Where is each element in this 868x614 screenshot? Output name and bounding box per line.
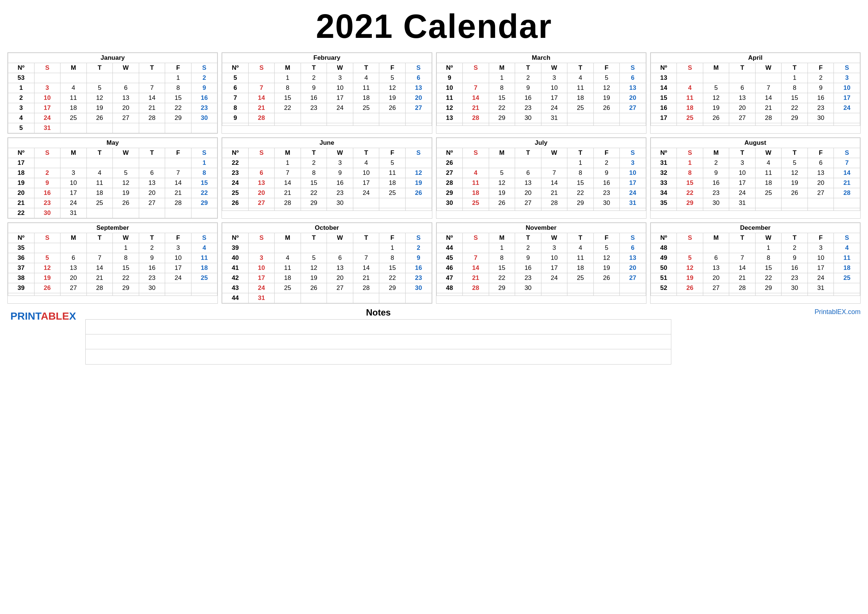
day-cell: 28 — [87, 283, 113, 293]
day-cell — [327, 113, 353, 123]
day-cell — [541, 158, 567, 168]
day-cell — [677, 293, 703, 296]
day-cell — [165, 123, 192, 133]
week-number: 45 — [436, 253, 463, 263]
day-cell: 13 — [327, 263, 353, 273]
day-cell: 23 — [139, 273, 165, 283]
day-cell: 27 — [405, 103, 432, 113]
day-cell: 18 — [353, 93, 379, 103]
day-cell — [301, 293, 327, 303]
col-header-m: M — [274, 233, 301, 243]
day-cell: 9 — [139, 253, 165, 263]
day-cell: 20 — [620, 93, 646, 103]
month-title-row: October — [222, 223, 432, 233]
day-cell: 23 — [515, 273, 541, 283]
day-cell: 5 — [594, 243, 620, 253]
col-header-f: F — [165, 63, 192, 73]
day-cell: 26 — [594, 103, 620, 113]
col-header-sat: S — [191, 63, 217, 73]
col-header-m: M — [60, 233, 87, 243]
day-cell — [541, 283, 567, 293]
month-title-row: November — [436, 223, 646, 233]
days-header-row: NºSMTWTFS — [651, 63, 860, 73]
day-cell: 1 — [165, 73, 192, 83]
day-cell — [327, 243, 353, 253]
day-cell — [594, 293, 620, 296]
day-cell: 4 — [677, 83, 703, 93]
day-cell: 20 — [405, 93, 432, 103]
month-january: JanuaryNºSMTWTFS531213456789210111213141… — [8, 52, 218, 133]
week-number — [436, 208, 463, 211]
day-cell — [353, 113, 379, 123]
day-cell: 8 — [274, 83, 301, 93]
week-row: 317181920212223 — [8, 103, 217, 113]
month-october: OctoberNºSMTWTFS391240345678941101112131… — [222, 222, 432, 304]
day-cell: 24 — [541, 103, 567, 113]
day-cell: 19 — [594, 93, 620, 103]
week-number: 16 — [651, 103, 677, 113]
day-cell: 3 — [327, 158, 353, 168]
day-cell — [755, 123, 781, 126]
day-cell: 30 — [703, 198, 729, 208]
days-header-row: NºSMTWTFS — [8, 233, 217, 243]
day-cell — [755, 73, 781, 83]
month-title-row: May — [8, 138, 217, 148]
week-number: 19 — [8, 178, 34, 188]
day-cell: 28 — [139, 113, 165, 123]
day-cell: 23 — [594, 188, 620, 198]
day-cell: 23 — [515, 103, 541, 113]
day-cell — [379, 123, 406, 126]
day-cell: 31 — [620, 198, 646, 208]
day-cell: 11 — [834, 253, 860, 263]
day-cell: 15 — [379, 263, 406, 273]
day-cell — [353, 208, 379, 211]
credit-link: PrintablEX.com — [815, 308, 860, 316]
day-cell: 30 — [327, 198, 353, 208]
days-header-row: NºSMTWTFS — [436, 148, 646, 158]
day-cell: 23 — [405, 273, 432, 283]
week-number: 29 — [436, 188, 463, 198]
day-cell — [729, 73, 756, 83]
day-cell: 10 — [541, 253, 567, 263]
col-header-nº: Nº — [222, 233, 249, 243]
col-header-sun: S — [677, 233, 703, 243]
day-cell: 10 — [327, 83, 353, 93]
month-name-december: December — [651, 223, 860, 233]
day-cell: 28 — [541, 198, 567, 208]
day-cell: 18 — [755, 178, 781, 188]
day-cell — [541, 208, 567, 211]
day-cell: 18 — [463, 188, 489, 198]
day-cell: 6 — [248, 168, 274, 178]
week-row — [651, 123, 860, 126]
col-header-sun: S — [677, 63, 703, 73]
day-cell — [87, 208, 113, 218]
month-table-october: OctoberNºSMTWTFS391240345678941101112131… — [222, 223, 432, 303]
day-cell — [808, 208, 834, 211]
logo-area: PRINTABLEX — [8, 307, 74, 325]
day-cell: 4 — [274, 253, 301, 263]
day-cell — [87, 158, 113, 168]
day-cell: 5 — [379, 73, 406, 83]
day-cell: 5 — [703, 83, 729, 93]
day-cell: 1 — [677, 158, 703, 168]
month-name-january: January — [8, 53, 217, 63]
col-header-t: T — [87, 63, 113, 73]
day-cell: 21 — [463, 103, 489, 113]
day-cell — [379, 198, 406, 208]
day-cell: 2 — [139, 243, 165, 253]
day-cell: 5 — [677, 253, 703, 263]
day-cell: 15 — [489, 93, 515, 103]
col-header-nº: Nº — [436, 63, 463, 73]
day-cell: 4 — [834, 243, 860, 253]
day-cell: 23 — [781, 273, 808, 283]
day-cell: 2 — [34, 168, 60, 178]
day-cell: 28 — [834, 188, 860, 198]
day-cell: 9 — [34, 178, 60, 188]
week-number: 30 — [436, 198, 463, 208]
day-cell: 15 — [567, 178, 594, 188]
month-table-june: JuneNºSMTWTFS221234523678910111224131415… — [222, 138, 432, 211]
day-cell: 10 — [808, 253, 834, 263]
day-cell: 25 — [463, 198, 489, 208]
day-cell: 2 — [301, 73, 327, 83]
day-cell: 8 — [567, 168, 594, 178]
